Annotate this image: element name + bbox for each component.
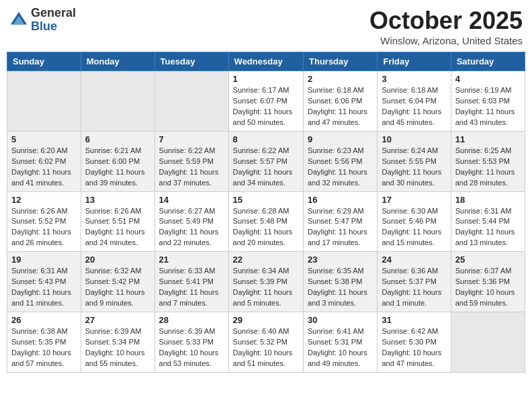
calendar-cell: 17Sunrise: 6:30 AM Sunset: 5:46 PM Dayli… (378, 191, 451, 252)
day-info: Sunrise: 6:26 AM Sunset: 5:51 PM Dayligh… (85, 206, 150, 249)
day-info: Sunrise: 6:39 AM Sunset: 5:34 PM Dayligh… (85, 326, 150, 369)
day-number: 12 (11, 195, 77, 205)
day-number: 13 (85, 195, 150, 205)
week-row-2: 12Sunrise: 6:26 AM Sunset: 5:52 PM Dayli… (7, 191, 525, 252)
calendar-cell (7, 71, 81, 132)
day-number: 17 (382, 195, 446, 205)
day-number: 19 (11, 255, 77, 265)
calendar-cell: 25Sunrise: 6:37 AM Sunset: 5:36 PM Dayli… (451, 252, 525, 312)
day-number: 16 (308, 195, 373, 205)
day-info: Sunrise: 6:31 AM Sunset: 5:44 PM Dayligh… (455, 206, 521, 249)
day-number: 27 (85, 315, 150, 325)
calendar-cell: 3Sunrise: 6:18 AM Sunset: 6:04 PM Daylig… (378, 71, 451, 132)
day-number: 3 (382, 74, 446, 84)
day-info: Sunrise: 6:21 AM Sunset: 6:00 PM Dayligh… (85, 146, 150, 189)
day-number: 1 (233, 74, 299, 84)
month-title: October 2025 (369, 7, 523, 35)
logo-icon (9, 11, 28, 30)
day-info: Sunrise: 6:19 AM Sunset: 6:03 PM Dayligh… (455, 85, 521, 128)
calendar-cell: 31Sunrise: 6:42 AM Sunset: 5:30 PM Dayli… (378, 312, 451, 373)
calendar-cell (154, 71, 228, 132)
day-number: 31 (382, 315, 446, 325)
day-number: 8 (233, 134, 299, 144)
week-row-4: 26Sunrise: 6:38 AM Sunset: 5:35 PM Dayli… (7, 312, 525, 373)
day-info: Sunrise: 6:22 AM Sunset: 5:57 PM Dayligh… (233, 146, 299, 189)
day-info: Sunrise: 6:39 AM Sunset: 5:33 PM Dayligh… (159, 326, 224, 369)
day-info: Sunrise: 6:20 AM Sunset: 6:02 PM Dayligh… (11, 146, 77, 189)
location: Winslow, Arizona, United States (369, 35, 523, 46)
day-number: 2 (308, 74, 373, 84)
weekday-header-tuesday: Tuesday (154, 52, 228, 71)
calendar-cell: 18Sunrise: 6:31 AM Sunset: 5:44 PM Dayli… (451, 191, 525, 252)
calendar-cell: 27Sunrise: 6:39 AM Sunset: 5:34 PM Dayli… (81, 312, 154, 373)
logo-general: General (31, 7, 76, 20)
calendar-cell: 15Sunrise: 6:28 AM Sunset: 5:48 PM Dayli… (228, 191, 303, 252)
calendar-cell: 10Sunrise: 6:24 AM Sunset: 5:55 PM Dayli… (378, 131, 451, 191)
calendar-cell: 12Sunrise: 6:26 AM Sunset: 5:52 PM Dayli… (7, 191, 81, 252)
day-number: 25 (455, 255, 521, 265)
logo-blue: Blue (31, 20, 76, 34)
day-info: Sunrise: 6:40 AM Sunset: 5:32 PM Dayligh… (233, 326, 299, 369)
day-number: 23 (308, 255, 373, 265)
weekday-header-saturday: Saturday (451, 52, 525, 71)
day-info: Sunrise: 6:26 AM Sunset: 5:52 PM Dayligh… (11, 206, 77, 249)
day-number: 22 (233, 255, 299, 265)
calendar-cell: 22Sunrise: 6:34 AM Sunset: 5:39 PM Dayli… (228, 252, 303, 312)
calendar-cell: 26Sunrise: 6:38 AM Sunset: 5:35 PM Dayli… (7, 312, 81, 373)
day-number: 26 (11, 315, 77, 325)
day-info: Sunrise: 6:35 AM Sunset: 5:38 PM Dayligh… (308, 266, 373, 309)
calendar-cell: 6Sunrise: 6:21 AM Sunset: 6:00 PM Daylig… (81, 131, 154, 191)
page-header: General Blue October 2025 Winslow, Arizo… (7, 7, 525, 46)
day-number: 7 (159, 134, 224, 144)
day-info: Sunrise: 6:32 AM Sunset: 5:42 PM Dayligh… (85, 266, 150, 309)
calendar-cell: 7Sunrise: 6:22 AM Sunset: 5:59 PM Daylig… (154, 131, 228, 191)
calendar-cell: 16Sunrise: 6:29 AM Sunset: 5:47 PM Dayli… (304, 191, 378, 252)
weekday-header-sunday: Sunday (7, 52, 81, 71)
day-info: Sunrise: 6:38 AM Sunset: 5:35 PM Dayligh… (11, 326, 77, 369)
day-info: Sunrise: 6:23 AM Sunset: 5:56 PM Dayligh… (308, 146, 373, 189)
day-number: 20 (85, 255, 150, 265)
calendar-cell: 8Sunrise: 6:22 AM Sunset: 5:57 PM Daylig… (228, 131, 303, 191)
day-number: 10 (382, 134, 446, 144)
calendar-cell (451, 312, 525, 373)
day-info: Sunrise: 6:25 AM Sunset: 5:53 PM Dayligh… (455, 146, 521, 189)
weekday-header-row: SundayMondayTuesdayWednesdayThursdayFrid… (7, 52, 525, 71)
day-info: Sunrise: 6:29 AM Sunset: 5:47 PM Dayligh… (308, 206, 373, 249)
day-number: 14 (159, 195, 224, 205)
day-info: Sunrise: 6:41 AM Sunset: 5:31 PM Dayligh… (308, 326, 373, 369)
weekday-header-monday: Monday (81, 52, 154, 71)
day-number: 4 (455, 74, 521, 84)
calendar-cell: 30Sunrise: 6:41 AM Sunset: 5:31 PM Dayli… (304, 312, 378, 373)
day-number: 5 (11, 134, 77, 144)
day-number: 24 (382, 255, 446, 265)
calendar-cell: 1Sunrise: 6:17 AM Sunset: 6:07 PM Daylig… (228, 71, 303, 132)
day-number: 9 (308, 134, 373, 144)
calendar-cell: 20Sunrise: 6:32 AM Sunset: 5:42 PM Dayli… (81, 252, 154, 312)
calendar-cell: 14Sunrise: 6:27 AM Sunset: 5:49 PM Dayli… (154, 191, 228, 252)
weekday-header-friday: Friday (378, 52, 451, 71)
day-info: Sunrise: 6:37 AM Sunset: 5:36 PM Dayligh… (455, 266, 521, 309)
weekday-header-wednesday: Wednesday (228, 52, 303, 71)
calendar-cell: 28Sunrise: 6:39 AM Sunset: 5:33 PM Dayli… (154, 312, 228, 373)
calendar-cell: 9Sunrise: 6:23 AM Sunset: 5:56 PM Daylig… (304, 131, 378, 191)
day-number: 21 (159, 255, 224, 265)
weekday-header-thursday: Thursday (304, 52, 378, 71)
calendar-cell: 19Sunrise: 6:31 AM Sunset: 5:43 PM Dayli… (7, 252, 81, 312)
day-number: 6 (85, 134, 150, 144)
day-info: Sunrise: 6:17 AM Sunset: 6:07 PM Dayligh… (233, 85, 299, 128)
calendar-table: SundayMondayTuesdayWednesdayThursdayFrid… (7, 52, 525, 373)
calendar-cell: 21Sunrise: 6:33 AM Sunset: 5:41 PM Dayli… (154, 252, 228, 312)
day-number: 29 (233, 315, 299, 325)
calendar-cell (81, 71, 154, 132)
day-info: Sunrise: 6:18 AM Sunset: 6:06 PM Dayligh… (308, 85, 373, 128)
day-info: Sunrise: 6:24 AM Sunset: 5:55 PM Dayligh… (382, 146, 446, 189)
day-info: Sunrise: 6:34 AM Sunset: 5:39 PM Dayligh… (233, 266, 299, 309)
day-info: Sunrise: 6:36 AM Sunset: 5:37 PM Dayligh… (382, 266, 446, 309)
calendar-cell: 29Sunrise: 6:40 AM Sunset: 5:32 PM Dayli… (228, 312, 303, 373)
week-row-0: 1Sunrise: 6:17 AM Sunset: 6:07 PM Daylig… (7, 71, 525, 132)
day-number: 30 (308, 315, 373, 325)
week-row-1: 5Sunrise: 6:20 AM Sunset: 6:02 PM Daylig… (7, 131, 525, 191)
calendar-cell: 23Sunrise: 6:35 AM Sunset: 5:38 PM Dayli… (304, 252, 378, 312)
calendar-cell: 4Sunrise: 6:19 AM Sunset: 6:03 PM Daylig… (451, 71, 525, 132)
calendar-cell: 13Sunrise: 6:26 AM Sunset: 5:51 PM Dayli… (81, 191, 154, 252)
